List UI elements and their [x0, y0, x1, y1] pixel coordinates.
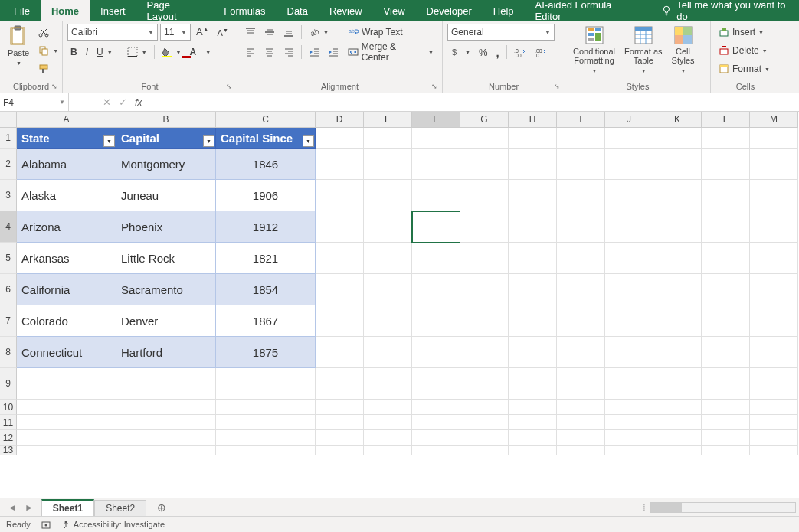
- cell[interactable]: [702, 305, 750, 337]
- tab-data[interactable]: Data: [277, 0, 319, 21]
- row-header[interactable]: 8: [0, 337, 17, 368]
- cell[interactable]: [364, 415, 412, 430]
- formula-input[interactable]: [149, 97, 791, 108]
- cell[interactable]: [605, 430, 653, 446]
- cell[interactable]: [653, 149, 702, 180]
- cell[interactable]: [460, 430, 509, 446]
- cell[interactable]: [17, 430, 116, 446]
- cell[interactable]: [316, 274, 364, 305]
- cell[interactable]: [412, 211, 460, 243]
- row-header[interactable]: 13: [0, 446, 17, 455]
- cell[interactable]: [702, 368, 750, 400]
- cell[interactable]: [460, 149, 509, 180]
- cell[interactable]: Alabama: [17, 149, 116, 180]
- cell[interactable]: [509, 400, 557, 415]
- decrease-font-button[interactable]: A▼: [214, 24, 231, 41]
- row-header[interactable]: 4: [0, 211, 17, 243]
- cell[interactable]: [653, 446, 702, 455]
- column-header[interactable]: L: [702, 112, 750, 128]
- borders-button[interactable]: ▼: [124, 44, 150, 60]
- cell[interactable]: [702, 128, 750, 149]
- tab-file[interactable]: File: [3, 0, 41, 21]
- tab-help[interactable]: Help: [483, 0, 525, 21]
- cell[interactable]: [412, 368, 460, 400]
- align-top-button[interactable]: [242, 24, 259, 41]
- cell[interactable]: [653, 305, 702, 337]
- cell[interactable]: [702, 415, 750, 430]
- column-header[interactable]: B: [116, 112, 216, 128]
- cell[interactable]: [750, 430, 798, 446]
- sheet-tab[interactable]: Sheet2: [94, 500, 146, 516]
- cell[interactable]: Hartford: [116, 337, 216, 368]
- cell[interactable]: [702, 430, 750, 446]
- cell[interactable]: [364, 430, 412, 446]
- sheet-nav-prev[interactable]: ◄: [8, 502, 17, 513]
- delete-cells-button[interactable]: Delete▼: [715, 42, 771, 59]
- increase-decimal-button[interactable]: .0.00: [511, 44, 529, 60]
- cell[interactable]: [509, 368, 557, 400]
- insert-cells-button[interactable]: Insert▼: [715, 24, 767, 41]
- cell[interactable]: [750, 243, 798, 274]
- cell[interactable]: 1906: [216, 180, 316, 211]
- cell[interactable]: [216, 415, 316, 430]
- cell[interactable]: [653, 415, 702, 430]
- cell[interactable]: [460, 368, 509, 400]
- cell[interactable]: [605, 211, 653, 243]
- cell[interactable]: [364, 368, 412, 400]
- cell[interactable]: [509, 446, 557, 455]
- row-header[interactable]: 2: [0, 149, 17, 180]
- cell[interactable]: [509, 415, 557, 430]
- align-right-button[interactable]: [280, 44, 297, 60]
- cell[interactable]: [316, 243, 364, 274]
- row-header[interactable]: 3: [0, 180, 17, 211]
- tab-view[interactable]: View: [373, 0, 416, 21]
- cell[interactable]: [653, 128, 702, 149]
- bold-button[interactable]: B: [67, 44, 80, 60]
- wrap-text-button[interactable]: abWrap Text: [345, 24, 437, 41]
- cell[interactable]: [316, 368, 364, 400]
- fill-color-button[interactable]: ▼: [159, 44, 185, 60]
- percent-format-button[interactable]: %: [476, 44, 491, 60]
- cell[interactable]: 1854: [216, 274, 316, 305]
- cell[interactable]: [216, 400, 316, 415]
- cell[interactable]: [750, 446, 798, 455]
- format-as-table-button[interactable]: Format as Table▼: [621, 24, 666, 77]
- cell[interactable]: [557, 211, 605, 243]
- number-launcher[interactable]: ⤡: [554, 83, 560, 90]
- cell-styles-button[interactable]: Cell Styles▼: [669, 24, 698, 77]
- decrease-indent-button[interactable]: [306, 44, 323, 60]
- cell[interactable]: [509, 243, 557, 274]
- cell[interactable]: [557, 274, 605, 305]
- cell[interactable]: [557, 128, 605, 149]
- cell[interactable]: 1846: [216, 149, 316, 180]
- cell[interactable]: Denver: [116, 305, 216, 337]
- increase-indent-button[interactable]: [325, 44, 342, 60]
- cells-area[interactable]: State▼Capital▼Capital Since▼AlabamaMontg…: [17, 128, 798, 455]
- cell[interactable]: [460, 128, 509, 149]
- cell[interactable]: [750, 180, 798, 211]
- cell[interactable]: [412, 337, 460, 368]
- cell[interactable]: [216, 446, 316, 455]
- cell[interactable]: [702, 274, 750, 305]
- cell[interactable]: [557, 430, 605, 446]
- cell[interactable]: [116, 430, 216, 446]
- column-header[interactable]: G: [460, 112, 509, 128]
- cell[interactable]: [653, 243, 702, 274]
- cell[interactable]: Colorado: [17, 305, 116, 337]
- cell[interactable]: [702, 446, 750, 455]
- cell[interactable]: [364, 149, 412, 180]
- alignment-launcher[interactable]: ⤡: [431, 83, 437, 90]
- cell[interactable]: [509, 180, 557, 211]
- cell[interactable]: [412, 446, 460, 455]
- column-header[interactable]: F: [412, 112, 460, 128]
- select-all-corner[interactable]: [0, 112, 17, 128]
- cell[interactable]: [17, 446, 116, 455]
- column-header[interactable]: I: [557, 112, 605, 128]
- font-name-select[interactable]: Calibri▼: [67, 24, 158, 41]
- column-header[interactable]: D: [316, 112, 364, 128]
- cell[interactable]: [364, 305, 412, 337]
- cell[interactable]: [750, 368, 798, 400]
- cell[interactable]: [364, 274, 412, 305]
- cell[interactable]: [364, 211, 412, 243]
- sheet-tab[interactable]: Sheet1: [41, 499, 94, 516]
